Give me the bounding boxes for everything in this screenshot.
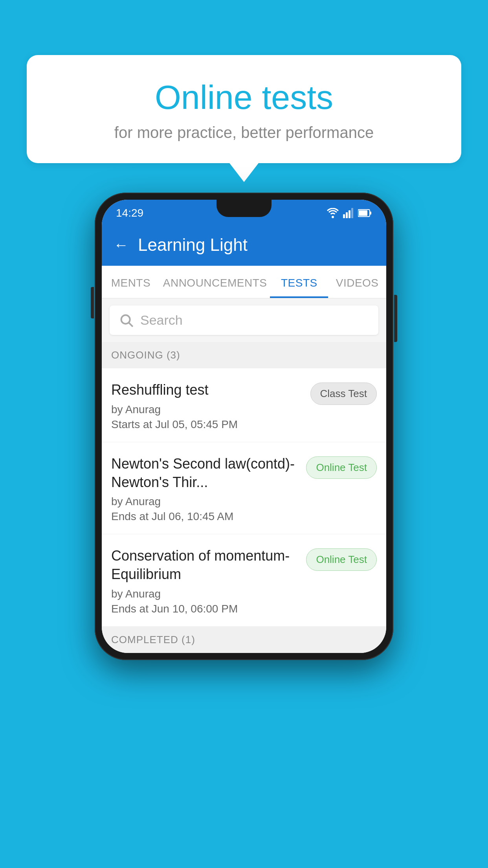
speech-bubble: Online tests for more practice, better p…: [27, 55, 461, 163]
test-time: Ends at Jun 10, 06:00 PM: [111, 603, 300, 615]
svg-rect-2: [349, 210, 350, 218]
test-author: by Anurag: [111, 495, 300, 508]
wifi-icon: [327, 208, 339, 218]
back-button[interactable]: ←: [114, 237, 128, 254]
tests-list: Reshuffling test by Anurag Starts at Jul…: [102, 368, 386, 627]
phone-wrapper: 14:29: [95, 193, 393, 660]
ongoing-section-header: ONGOING (3): [102, 342, 386, 368]
signal-icon: [343, 208, 354, 218]
bubble-subtitle: for more practice, better performance: [46, 124, 442, 142]
test-time: Ends at Jul 06, 10:45 AM: [111, 510, 300, 523]
test-badge-online: Online Test: [306, 456, 377, 479]
test-title: Newton's Second law(contd)-Newton's Thir…: [111, 455, 300, 492]
tabs-container: MENTS ANNOUNCEMENTS TESTS VIDEOS: [102, 266, 386, 298]
test-item-info: Newton's Second law(contd)-Newton's Thir…: [111, 455, 300, 523]
test-time: Starts at Jul 05, 05:45 PM: [111, 418, 304, 431]
tab-ments[interactable]: MENTS: [102, 266, 160, 298]
svg-point-7: [121, 315, 130, 324]
phone-screen: 14:29: [102, 200, 386, 653]
test-badge-class: Class Test: [310, 383, 377, 405]
test-author: by Anurag: [111, 403, 304, 416]
battery-icon: [358, 209, 372, 217]
phone-button-power: [394, 295, 397, 342]
svg-rect-0: [343, 214, 345, 218]
test-badge-online: Online Test: [306, 548, 377, 571]
search-placeholder: Search: [140, 313, 183, 328]
svg-rect-6: [370, 211, 371, 215]
speech-bubble-container: Online tests for more practice, better p…: [27, 55, 461, 163]
tab-videos[interactable]: VIDEOS: [328, 266, 386, 298]
status-time: 14:29: [116, 207, 143, 219]
test-title: Reshuffling test: [111, 381, 304, 399]
test-title: Conservation of momentum-Equilibrium: [111, 547, 300, 584]
test-item-info: Conservation of momentum-Equilibrium by …: [111, 547, 300, 615]
app-bar: ← Learning Light: [102, 224, 386, 266]
tab-announcements[interactable]: ANNOUNCEMENTS: [160, 266, 270, 298]
svg-rect-3: [351, 208, 353, 218]
svg-line-8: [129, 323, 133, 327]
test-author: by Anurag: [111, 588, 300, 600]
test-item[interactable]: Reshuffling test by Anurag Starts at Jul…: [102, 368, 386, 442]
phone-button-volume: [91, 287, 94, 318]
app-bar-title: Learning Light: [138, 235, 248, 255]
completed-section-header: COMPLETED (1): [102, 627, 386, 653]
search-icon: [119, 313, 134, 328]
svg-rect-1: [346, 212, 348, 218]
phone-notch: [216, 200, 272, 217]
search-box[interactable]: Search: [110, 305, 378, 335]
phone-outer: 14:29: [95, 193, 393, 660]
test-item[interactable]: Conservation of momentum-Equilibrium by …: [102, 534, 386, 627]
tab-tests[interactable]: TESTS: [270, 266, 328, 298]
test-item[interactable]: Newton's Second law(contd)-Newton's Thir…: [102, 442, 386, 535]
status-icons: [327, 208, 372, 218]
test-item-info: Reshuffling test by Anurag Starts at Jul…: [111, 381, 304, 431]
search-container: Search: [102, 298, 386, 342]
bubble-title: Online tests: [46, 79, 442, 116]
svg-rect-5: [359, 210, 367, 216]
